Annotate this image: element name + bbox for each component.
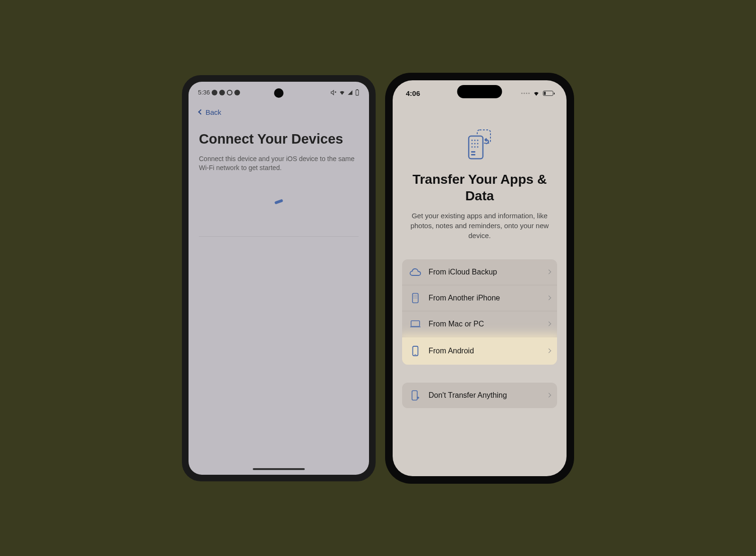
- status-dot-icon: [219, 90, 225, 95]
- svg-point-4: [472, 139, 473, 141]
- svg-rect-1: [357, 89, 358, 90]
- page-title: Transfer Your Apps & Data: [402, 171, 557, 204]
- laptop-icon: [409, 319, 422, 329]
- chevron-left-icon: [198, 109, 203, 114]
- chevron-right-icon: [547, 349, 551, 353]
- svg-point-23: [415, 298, 415, 298]
- wifi-icon: [533, 91, 540, 96]
- battery-icon: [543, 91, 553, 96]
- svg-rect-25: [411, 321, 420, 326]
- android-phone-icon: [409, 346, 422, 356]
- option-label: From iCloud Backup: [429, 268, 497, 276]
- svg-point-22: [413, 298, 414, 298]
- iphone-icon: [409, 293, 422, 303]
- page-description: Get your existing apps and information, …: [402, 211, 557, 240]
- status-dot-icon: [234, 90, 240, 95]
- iphone-screen: 4:06 Transfe: [393, 80, 567, 476]
- status-ring-icon: [227, 90, 232, 95]
- option-label: From Android: [429, 347, 474, 355]
- svg-rect-14: [471, 154, 475, 155]
- option-mac-or-pc[interactable]: From Mac or PC: [402, 311, 557, 337]
- option-icloud-backup[interactable]: From iCloud Backup: [402, 259, 557, 285]
- chevron-right-icon: [547, 322, 551, 326]
- svg-point-17: [415, 295, 415, 295]
- option-label: From Mac or PC: [429, 320, 484, 328]
- svg-point-19: [413, 296, 414, 297]
- svg-rect-0: [356, 90, 359, 95]
- svg-point-12: [477, 146, 479, 147]
- back-button[interactable]: Back: [189, 99, 369, 122]
- option-label: Don't Transfer Anything: [429, 391, 507, 400]
- chevron-right-icon: [547, 296, 551, 300]
- secondary-option-list: Don't Transfer Anything: [402, 383, 557, 408]
- svg-point-7: [472, 143, 473, 144]
- svg-rect-27: [414, 354, 416, 355]
- svg-point-16: [413, 295, 414, 295]
- page-description: Connect this device and your iOS device …: [189, 153, 369, 181]
- transfer-icon: [463, 128, 496, 162]
- option-another-iphone[interactable]: From Another iPhone: [402, 285, 557, 311]
- back-label: Back: [206, 108, 221, 116]
- wifi-icon: [339, 90, 345, 95]
- divider: [199, 236, 359, 237]
- svg-rect-3: [469, 136, 483, 159]
- svg-point-24: [416, 298, 417, 298]
- iphone-time: 4:06: [406, 89, 420, 97]
- svg-point-18: [416, 295, 417, 295]
- svg-point-10: [472, 146, 473, 147]
- option-label: From Another iPhone: [429, 294, 500, 302]
- svg-point-8: [474, 143, 476, 144]
- sparkle-phone-icon: [409, 390, 422, 401]
- cloud-icon: [409, 267, 422, 277]
- svg-point-20: [415, 296, 415, 297]
- option-dont-transfer[interactable]: Don't Transfer Anything: [402, 383, 557, 408]
- svg-rect-13: [471, 151, 475, 153]
- dynamic-island: [457, 85, 502, 98]
- svg-rect-28: [412, 391, 417, 400]
- android-camera-cutout: [274, 88, 284, 98]
- loading-spinner: [275, 199, 284, 205]
- iphone-frame: 4:06 Transfe: [385, 73, 574, 484]
- svg-point-6: [477, 139, 479, 141]
- mute-icon: [330, 89, 337, 96]
- svg-point-11: [474, 146, 476, 147]
- android-phone-frame: 5:36 Back Connect Your Devices Connect t…: [182, 75, 376, 481]
- transfer-options-list: From iCloud Backup From Another iPhone F…: [402, 259, 557, 365]
- chevron-right-icon: [547, 393, 551, 398]
- option-from-android[interactable]: From Android: [402, 337, 557, 365]
- chevron-right-icon: [547, 270, 551, 274]
- svg-point-21: [416, 296, 417, 297]
- android-time: 5:36: [198, 89, 210, 96]
- android-nav-bar[interactable]: [253, 468, 305, 470]
- page-title: Connect Your Devices: [189, 122, 369, 153]
- cellular-icon: [521, 93, 530, 94]
- android-screen: 5:36 Back Connect Your Devices Connect t…: [189, 82, 369, 475]
- status-dot-icon: [212, 90, 217, 95]
- svg-point-9: [477, 143, 479, 144]
- battery-icon: [355, 89, 360, 96]
- signal-icon: [347, 90, 353, 95]
- svg-point-5: [474, 139, 476, 141]
